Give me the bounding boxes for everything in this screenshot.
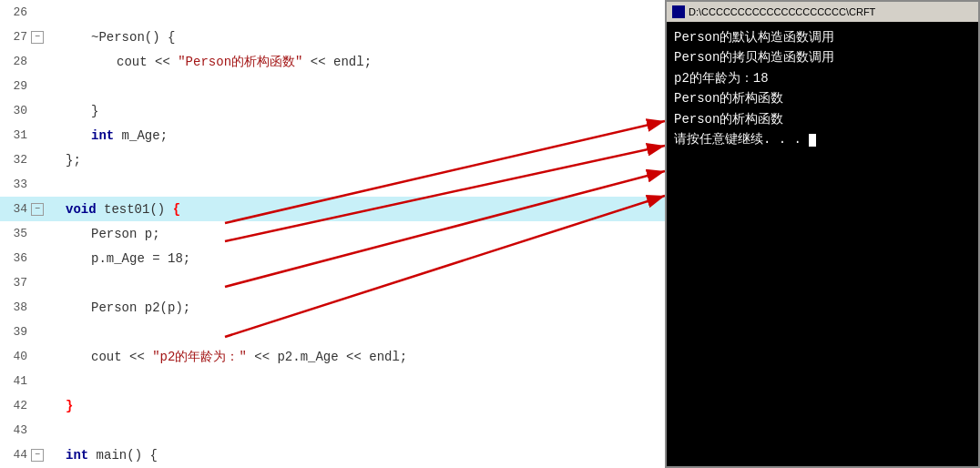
line-content: Person p;: [62, 227, 665, 241]
line-gutter: 35: [0, 227, 62, 240]
line-gutter: 26: [0, 5, 62, 19]
terminal-title: D:\CCCCCCCCCCCCCCCCCCCC\CRFT: [689, 6, 875, 17]
token: cout <<: [91, 350, 152, 364]
line-gutter: 34−: [0, 202, 62, 216]
token: ~Person() {: [91, 30, 175, 45]
line-number: 27: [0, 30, 27, 44]
line-gutter: 31: [0, 128, 62, 142]
line-gutter: 32: [0, 153, 62, 167]
line-number: 37: [0, 276, 27, 290]
line-number: 41: [0, 374, 27, 388]
code-line-42: 42}: [0, 393, 665, 418]
line-gutter: 43: [0, 423, 62, 437]
line-number: 29: [0, 79, 27, 93]
line-gutter: 40: [0, 350, 62, 363]
terminal-body: Person的默认构造函数调用Person的拷贝构造函数调用p2的年龄为：18P…: [667, 22, 978, 466]
code-line-40: 40cout << "p2的年龄为：" << p2.m_Age << endl;: [0, 344, 665, 369]
line-content: }: [62, 104, 665, 118]
code-line-28: 28cout << "Person的析构函数" << endl;: [0, 49, 665, 74]
line-number: 30: [0, 104, 27, 117]
terminal-window: D:\CCCCCCCCCCCCCCCCCCCC\CRFT Person的默认构造…: [665, 0, 980, 468]
code-line-41: 41: [0, 369, 665, 393]
line-number: 33: [0, 178, 27, 191]
line-number: 40: [0, 350, 27, 363]
code-editor: 2627−~Person() {28cout << "Person的析构函数" …: [0, 0, 665, 468]
token: 18;: [160, 251, 191, 266]
collapse-button[interactable]: −: [31, 449, 44, 462]
line-gutter: 33: [0, 178, 62, 191]
token: m_Age;: [114, 128, 168, 143]
line-number: 43: [0, 423, 27, 437]
line-gutter: 28: [0, 55, 62, 68]
collapse-button[interactable]: −: [31, 203, 44, 216]
token: Person p2(p);: [91, 300, 190, 315]
token: p.m_Age: [91, 251, 152, 266]
code-line-44: 44−int main() {: [0, 443, 665, 467]
line-gutter: 27−: [0, 30, 62, 44]
line-content: int main() {: [62, 448, 665, 463]
code-line-27: 27−~Person() {: [0, 25, 665, 49]
terminal-line: p2的年龄为：18: [674, 68, 971, 88]
code-line-39: 39: [0, 320, 665, 344]
token: {: [149, 448, 157, 463]
code-line-30: 30}: [0, 98, 665, 123]
code-line-32: 32};: [0, 148, 665, 172]
line-number: 26: [0, 5, 27, 19]
line-content: cout << "Person的析构函数" << endl;: [62, 54, 665, 70]
line-gutter: 36: [0, 251, 62, 265]
token: "Person的析构函数": [178, 55, 302, 69]
line-number: 28: [0, 55, 27, 68]
line-gutter: 39: [0, 325, 62, 339]
line-gutter: 44−: [0, 448, 62, 462]
code-line-37: 37: [0, 270, 665, 295]
collapse-button[interactable]: −: [31, 31, 44, 44]
code-line-26: 26: [0, 0, 665, 25]
token: test01(): [97, 202, 173, 217]
terminal-line: Person的析构函数: [674, 88, 971, 108]
line-gutter: 30: [0, 104, 62, 117]
token: cout <<: [117, 55, 178, 69]
token: =: [152, 251, 159, 266]
line-gutter: 37: [0, 276, 62, 290]
line-content: cout << "p2的年龄为：" << p2.m_Age << endl;: [62, 349, 665, 365]
code-line-43: 43: [0, 418, 665, 443]
line-number: 32: [0, 153, 27, 167]
line-content: void test01() {: [62, 202, 665, 217]
line-number: 44: [0, 448, 27, 462]
code-line-29: 29: [0, 74, 665, 98]
code-line-38: 38Person p2(p);: [0, 295, 665, 320]
terminal-line: Person的拷贝构造函数调用: [674, 47, 971, 67]
terminal-line: 请按任意键继续. . .: [674, 129, 971, 149]
terminal-titlebar: D:\CCCCCCCCCCCCCCCCCCCC\CRFT: [667, 2, 978, 22]
token: int: [66, 448, 88, 463]
code-line-36: 36p.m_Age = 18;: [0, 246, 665, 270]
code-line-31: 31int m_Age;: [0, 123, 665, 148]
token: int: [91, 128, 114, 143]
token: }: [66, 399, 73, 413]
line-number: 42: [0, 399, 27, 412]
line-content: int m_Age;: [62, 128, 665, 143]
code-line-35: 35Person p;: [0, 221, 665, 246]
line-content: };: [62, 153, 665, 168]
token: Person p;: [91, 227, 160, 241]
line-number: 34: [0, 202, 27, 216]
code-line-33: 33: [0, 172, 665, 197]
token: << p2.m_Age << endl;: [247, 350, 407, 364]
line-number: 36: [0, 251, 27, 265]
code-line-34: 34−void test01() {: [0, 197, 665, 221]
line-gutter: 29: [0, 79, 62, 93]
line-gutter: 42: [0, 399, 62, 412]
token: "p2的年龄为：": [152, 350, 247, 364]
terminal-line: Person的默认构造函数调用: [674, 27, 971, 47]
terminal-cursor: [809, 134, 816, 147]
token: {: [173, 202, 180, 217]
line-content: }: [62, 399, 665, 413]
terminal-line: Person的析构函数: [674, 109, 971, 129]
line-number: 31: [0, 128, 27, 142]
line-gutter: 41: [0, 374, 62, 388]
line-number: 38: [0, 300, 27, 314]
line-number: 39: [0, 325, 27, 339]
line-content: ~Person() {: [62, 30, 665, 45]
line-content: p.m_Age = 18;: [62, 251, 665, 266]
line-content: Person p2(p);: [62, 300, 665, 315]
